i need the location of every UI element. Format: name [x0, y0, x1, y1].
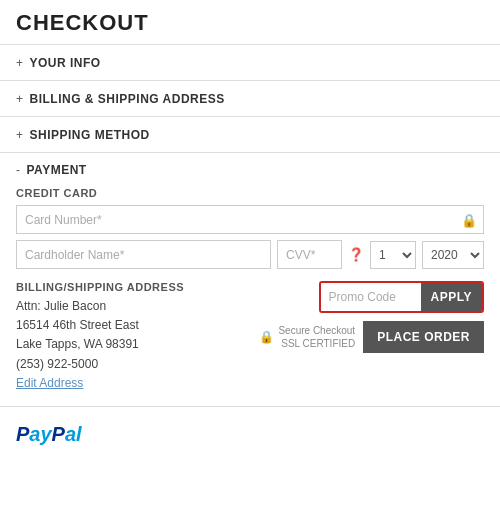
billing-address-block: BILLING/SHIPPING ADDRESS Attn: Julie Bac…: [16, 281, 245, 390]
paypal-al-blue: al: [65, 423, 82, 445]
page-title: CHECKOUT: [16, 10, 484, 36]
cardholder-name-input[interactable]: [16, 240, 271, 269]
billing-city-state-zip: Lake Tapps, WA 98391: [16, 335, 245, 354]
shipping-method-section[interactable]: +SHIPPING METHOD: [0, 117, 500, 153]
year-select[interactable]: 2020 2021 2022 2023 2024 2025: [422, 241, 484, 269]
paypal-ay-blue: ay: [29, 423, 51, 445]
month-select[interactable]: 1 2 3 4 5 6 7 8 9 10 11 12: [370, 241, 416, 269]
billing-shipping-section[interactable]: +BILLING & SHIPPING ADDRESS: [0, 81, 500, 117]
billing-promo-row: BILLING/SHIPPING ADDRESS Attn: Julie Bac…: [16, 281, 484, 390]
billing-shipping-label: +BILLING & SHIPPING ADDRESS: [16, 92, 225, 106]
shipping-method-label: +SHIPPING METHOD: [16, 128, 150, 142]
billing-address-text: Attn: Julie Bacon 16514 46th Street East…: [16, 297, 245, 374]
card-number-input[interactable]: [16, 205, 484, 234]
card-lock-icon: 🔒: [461, 212, 477, 227]
payment-section: -PAYMENT CREDIT CARD 🔒 ❓ 1 2 3 4 5 6 7 8: [0, 153, 500, 407]
secure-text: Secure Checkout SSL CERTIFIED: [278, 324, 355, 350]
billing-name: Attn: Julie Bacon: [16, 297, 245, 316]
paypal-p-blue: P: [16, 423, 29, 445]
cardholder-row: ❓ 1 2 3 4 5 6 7 8 9 10 11 12 2020 2021 2…: [16, 240, 484, 269]
checkout-header: CHECKOUT: [0, 0, 500, 45]
place-order-button[interactable]: PLACE ORDER: [363, 321, 484, 353]
payment-section-label: -PAYMENT: [16, 163, 484, 177]
page-container: CHECKOUT +YOUR INFO +BILLING & SHIPPING …: [0, 0, 500, 462]
paypal-brand: PayPal: [16, 423, 82, 446]
shipping-method-toggle: +: [16, 128, 24, 142]
your-info-toggle: +: [16, 56, 24, 70]
paypal-p2-blue: P: [52, 423, 65, 445]
billing-street: 16514 46th Street East: [16, 316, 245, 335]
promo-row: APPLY: [319, 281, 484, 313]
cvv-help-icon[interactable]: ❓: [348, 247, 364, 262]
card-number-row: 🔒: [16, 205, 484, 234]
edit-address-link[interactable]: Edit Address: [16, 376, 83, 390]
secure-checkout-label: 🔒 Secure Checkout SSL CERTIFIED: [259, 324, 355, 350]
your-info-section[interactable]: +YOUR INFO: [0, 45, 500, 81]
billing-shipping-toggle: +: [16, 92, 24, 106]
secure-place-row: 🔒 Secure Checkout SSL CERTIFIED PLACE OR…: [259, 321, 484, 353]
cvv-input[interactable]: [277, 240, 342, 269]
your-info-label: +YOUR INFO: [16, 56, 101, 70]
payment-toggle: -: [16, 163, 21, 177]
card-number-wrap: 🔒: [16, 205, 484, 234]
promo-place-col: APPLY 🔒 Secure Checkout SSL CERTIFIED PL…: [255, 281, 484, 353]
secure-line2: SSL CERTIFIED: [278, 337, 355, 350]
apply-button[interactable]: APPLY: [421, 283, 482, 311]
paypal-section[interactable]: PayPal: [0, 407, 500, 462]
promo-code-input[interactable]: [321, 283, 421, 311]
billing-phone: (253) 922-5000: [16, 355, 245, 374]
secure-line1: Secure Checkout: [278, 324, 355, 337]
billing-address-label: BILLING/SHIPPING ADDRESS: [16, 281, 245, 293]
secure-lock-icon: 🔒: [259, 330, 274, 344]
paypal-logo: PayPal: [16, 423, 82, 446]
credit-card-label: CREDIT CARD: [16, 187, 484, 199]
